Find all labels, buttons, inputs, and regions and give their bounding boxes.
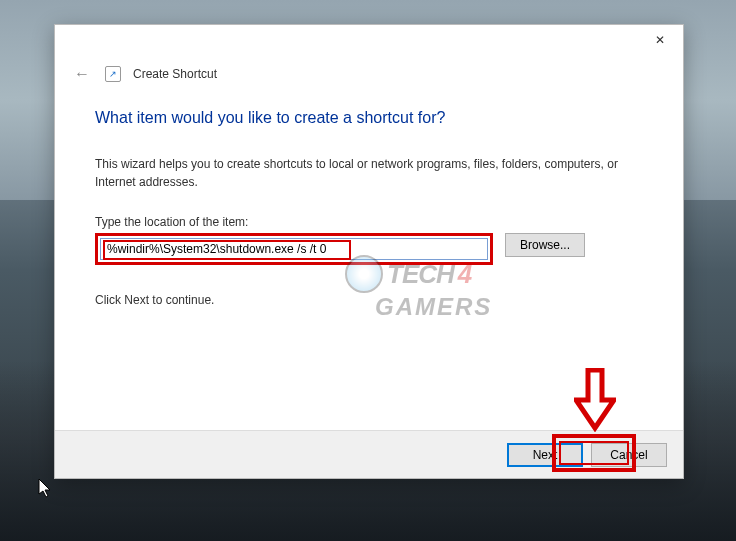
dialog-title: Create Shortcut — [133, 67, 217, 81]
mouse-cursor-icon — [38, 478, 52, 498]
close-button[interactable]: ✕ — [637, 25, 683, 55]
dialog-content: What item would you like to create a sho… — [55, 95, 683, 430]
continue-text: Click Next to continue. — [95, 293, 643, 307]
back-arrow-icon: ← — [74, 65, 90, 83]
location-highlight-outer — [95, 233, 493, 265]
cancel-button[interactable]: Cancel — [591, 443, 667, 467]
location-row: Browse... — [95, 233, 643, 265]
next-button[interactable]: Next — [507, 443, 583, 467]
browse-button[interactable]: Browse... — [505, 233, 585, 257]
close-icon: ✕ — [655, 33, 665, 47]
titlebar: ✕ — [55, 25, 683, 57]
dialog-footer: Next Cancel — [55, 430, 683, 478]
location-input[interactable] — [100, 238, 488, 260]
wizard-description: This wizard helps you to create shortcut… — [95, 155, 643, 191]
dialog-header: ← ↗ Create Shortcut — [55, 57, 683, 95]
shortcut-wizard-icon: ↗ — [105, 66, 121, 82]
back-button[interactable]: ← — [71, 63, 93, 85]
location-label: Type the location of the item: — [95, 215, 643, 229]
wizard-heading: What item would you like to create a sho… — [95, 109, 643, 127]
create-shortcut-dialog: ✕ ← ↗ Create Shortcut What item would yo… — [54, 24, 684, 479]
